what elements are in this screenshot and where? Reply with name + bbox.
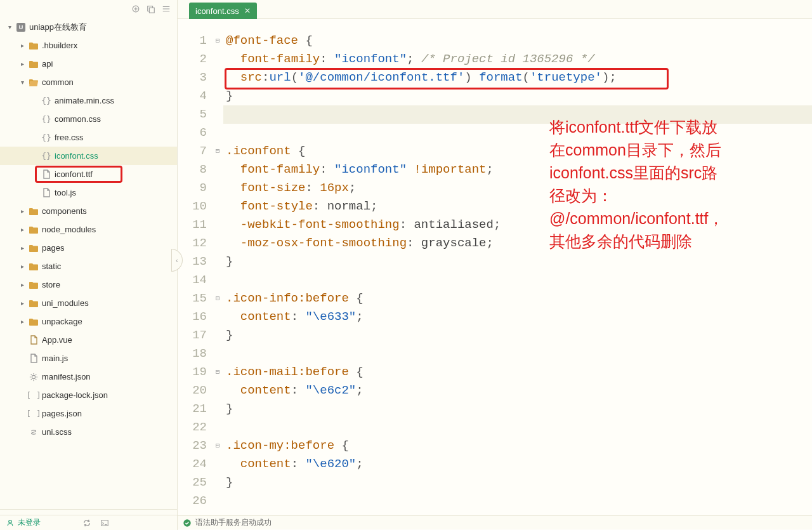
folder-icon [28, 244, 39, 253]
file-icon [41, 188, 52, 197]
tree-item-label: manifest.json [42, 372, 91, 381]
folder-icon [28, 299, 39, 308]
folder-icon [28, 281, 39, 289]
scss-icon [28, 428, 39, 437]
expand-arrow-icon[interactable]: ▾ [5, 23, 14, 30]
tree-item-label: pages.json [42, 409, 82, 418]
tree-item[interactable]: tool.js [0, 183, 177, 202]
terminal-icon[interactable] [100, 519, 109, 527]
tree-item[interactable]: main.js [0, 349, 177, 368]
collapse-all-icon[interactable] [147, 4, 155, 13]
expand-arrow-icon[interactable]: ▸ [18, 60, 27, 67]
tab-bar: iconfont.css ✕ [178, 0, 812, 19]
login-status[interactable]: 未登录 [6, 517, 41, 528]
tree-item[interactable]: ▸static [0, 257, 177, 275]
tree-item-label: uni.scss [42, 427, 72, 437]
tree-item[interactable]: ▸uni_modules [0, 294, 177, 312]
tree-item[interactable]: ▾common [0, 73, 177, 91]
tree-item[interactable]: ▸api [0, 55, 177, 73]
close-icon[interactable]: ✕ [244, 6, 251, 15]
manifest-icon [28, 373, 39, 381]
tree-item[interactable]: ▾Uuniapp在线教育 [0, 18, 177, 36]
tree-item-label: common.css [55, 114, 101, 124]
tree-item-label: tool.js [55, 188, 76, 197]
expand-arrow-icon[interactable]: ▸ [18, 244, 27, 251]
tree-item[interactable]: ▸components [0, 202, 177, 220]
tree-item[interactable]: App.vue [0, 331, 177, 349]
folder-icon [28, 207, 39, 216]
folder-icon [28, 262, 39, 271]
file-tree[interactable]: ▾Uuniapp在线教育▸.hbuilderx▸api▾common{}anim… [0, 18, 177, 509]
sidebar-statusbar: 未登录 [0, 515, 177, 530]
tree-item-label: animate.min.css [55, 96, 114, 105]
braces-icon: {} [41, 114, 52, 124]
new-file-icon[interactable] [131, 4, 140, 13]
tree-item[interactable]: iconfont.ttf [0, 165, 177, 183]
folder-open-icon [28, 78, 39, 87]
editor-statusbar: 语法助手服务启动成功 [178, 515, 812, 529]
folder-icon [28, 60, 39, 69]
expand-arrow-icon[interactable]: ▸ [18, 281, 27, 288]
tree-item[interactable]: {}animate.min.css [0, 91, 177, 110]
tree-item-label: unpackage [42, 317, 82, 326]
tree-item[interactable]: {}free.css [0, 128, 177, 147]
tree-item-label: store [42, 280, 60, 289]
svg-point-4 [9, 520, 12, 523]
expand-arrow-icon[interactable]: ▸ [18, 42, 27, 49]
tree-item-label: common [42, 77, 74, 87]
tree-item-label: .hbuilderx [42, 41, 77, 50]
expand-arrow-icon[interactable]: ▾ [18, 79, 27, 86]
code-editor[interactable]: 1234567891011121314151617181920212223242… [178, 19, 812, 530]
tree-item-label: static [42, 262, 61, 271]
file-icon [28, 354, 39, 363]
tree-item-label: api [42, 59, 53, 69]
brackets-icon: [ ] [28, 409, 39, 418]
folder-icon [28, 41, 39, 50]
expand-arrow-icon[interactable]: ▸ [18, 318, 27, 325]
brackets-icon: [ ] [28, 390, 39, 400]
tree-item[interactable]: ▸node_modules [0, 220, 177, 239]
editor-pane: ‹ iconfont.css ✕ 12345678910111213141516… [178, 0, 812, 530]
tree-item[interactable]: uni.scss [0, 423, 177, 441]
expand-arrow-icon[interactable]: ▸ [18, 208, 27, 215]
tree-item-label: uniapp在线教育 [29, 22, 87, 33]
sidebar-toolbar [0, 0, 177, 18]
sidebar: ▾Uuniapp在线教育▸.hbuilderx▸api▾common{}anim… [0, 0, 178, 530]
expand-arrow-icon[interactable]: ▸ [18, 300, 27, 307]
tree-item-label: pages [42, 243, 64, 253]
expand-arrow-icon[interactable]: ▸ [18, 226, 27, 233]
file-icon [41, 169, 52, 179]
folder-icon [28, 317, 39, 326]
code-content[interactable]: @font-face { font-family: "iconfont"; /*… [223, 19, 812, 530]
svg-point-3 [32, 375, 35, 378]
tree-item[interactable]: {}common.css [0, 110, 177, 128]
tab-iconfont-css[interactable]: iconfont.css ✕ [189, 3, 257, 19]
tab-label: iconfont.css [195, 6, 239, 16]
check-icon [183, 519, 192, 527]
tree-item[interactable]: [ ]pages.json [0, 404, 177, 423]
braces-icon: {} [41, 96, 52, 105]
tree-item-label: package-lock.json [42, 390, 108, 400]
braces-icon: {} [41, 151, 52, 161]
tree-item-label: iconfont.ttf [55, 169, 93, 179]
tree-item-label: iconfont.css [55, 151, 98, 161]
tree-item[interactable]: ▸unpackage [0, 312, 177, 331]
tree-item[interactable]: {}iconfont.css [0, 147, 177, 165]
line-numbers: 1234567891011121314151617181920212223242… [178, 19, 212, 530]
tree-item-label: uni_modules [42, 298, 89, 308]
tree-item[interactable]: ▸pages [0, 239, 177, 257]
vue-icon [28, 335, 39, 345]
tree-item[interactable]: [ ]package-lock.json [0, 386, 177, 404]
sync-icon[interactable] [82, 519, 91, 527]
tree-item-label: main.js [42, 354, 68, 363]
tree-item[interactable]: ▸.hbuilderx [0, 36, 177, 55]
folder-icon [28, 225, 39, 234]
expand-arrow-icon[interactable]: ▸ [18, 263, 27, 270]
tree-item-label: node_modules [42, 225, 96, 234]
fold-column[interactable]: ⊟⊟⊟⊟⊟ [212, 19, 223, 530]
tree-item[interactable]: ▸store [0, 275, 177, 294]
menu-icon[interactable] [162, 4, 171, 13]
tree-item-label: components [42, 206, 87, 216]
tree-item[interactable]: manifest.json [0, 368, 177, 386]
tree-item-label: free.css [55, 133, 84, 142]
